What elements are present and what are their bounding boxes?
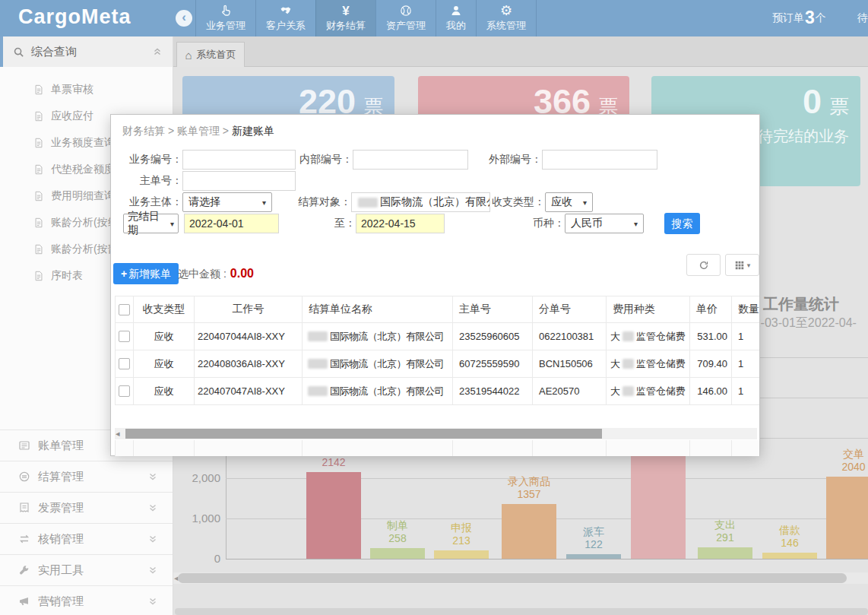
marketing-icon (18, 595, 30, 607)
sidebar-group[interactable]: 结算管理 (0, 461, 173, 492)
footer-cell (115, 440, 134, 456)
cell-job-no: 220407044AI8-XXY (195, 323, 303, 350)
selected-amount-value: 0.00 (230, 267, 254, 280)
row-checkbox[interactable] (119, 385, 130, 397)
currency-select[interactable]: 人民币 ▾ (565, 214, 644, 233)
footer-cell (732, 440, 759, 456)
nav-item[interactable]: 业务管理 (195, 0, 255, 36)
io-type-select[interactable]: 应收 ▾ (545, 192, 593, 212)
chevron-down-icon: ▾ (629, 220, 638, 228)
page-bottom-scrollbar[interactable] (175, 608, 868, 615)
grid-icon (734, 260, 745, 271)
user-icon (450, 4, 462, 18)
bar-label: 录入商品1357 (480, 475, 578, 501)
nav-item-label: 客户关系 (266, 19, 306, 33)
form-row-2: 主单号： (111, 170, 752, 192)
external-no-input[interactable] (542, 150, 657, 170)
settle-icon (18, 471, 30, 483)
nav-item[interactable]: ⚙系统管理 (476, 0, 537, 36)
row-checkbox-cell (115, 350, 134, 377)
cell-master-no: 23519544022 (453, 378, 533, 404)
to-label: 至： (279, 217, 356, 230)
selected-amount-label: 选中金额 : (178, 268, 227, 280)
sidebar-group[interactable]: 实用工具 (0, 554, 173, 585)
column-header: 单价 (690, 296, 732, 322)
nav-item[interactable]: 客户关系 (255, 0, 315, 36)
collapse-up-icon[interactable] (153, 47, 162, 56)
row-checkbox-cell (115, 378, 134, 404)
columns-button[interactable]: ▾ (725, 254, 759, 276)
cell-io-type: 应收 (134, 378, 195, 404)
date-type-select[interactable]: 完结日期 ▾ (123, 214, 179, 233)
settle-target-input[interactable]: 国际物流（北京）有限公 (351, 192, 490, 212)
nav-back-icon[interactable]: ‹ (176, 10, 192, 27)
row-checkbox[interactable] (119, 331, 130, 342)
sidebar-group[interactable]: 营销管理 (0, 585, 173, 615)
preorder-badge[interactable]: 预订单 3 个 (772, 8, 826, 27)
chevron-down-icon: ▾ (747, 262, 751, 269)
nav-item[interactable]: 我的 (436, 0, 476, 36)
gear-icon: ⚙ (500, 4, 512, 18)
row-checkbox[interactable] (119, 358, 130, 369)
refresh-icon (699, 260, 709, 271)
cell-house-no: BCN150506 (533, 350, 607, 377)
add-bill-button[interactable]: +新增账单 (113, 263, 179, 284)
scrollbar-thumb[interactable] (178, 573, 847, 583)
nav-item[interactable]: 资产管理 (375, 0, 436, 36)
biz-no-input[interactable] (182, 150, 296, 170)
footer-cell (607, 440, 690, 456)
chart-bar (370, 548, 425, 559)
chart-bar (762, 553, 817, 559)
sidebar-header-label: 综合查询 (31, 45, 77, 59)
refresh-button[interactable] (686, 254, 721, 276)
handshake-icon (280, 4, 292, 18)
chart-horizontal-scrollbar[interactable]: ◂ (173, 572, 868, 584)
date-to-input[interactable] (356, 214, 445, 233)
internal-no-input[interactable] (353, 150, 468, 170)
yen-icon: ¥ (342, 4, 349, 18)
tab-home[interactable]: ⌂ 系统首页 (176, 42, 245, 67)
breadcrumb-section[interactable]: 账单管理 (177, 125, 220, 137)
chart-bar (566, 554, 621, 559)
date-from-input[interactable] (184, 214, 279, 233)
preorder-suffix: 个 (816, 8, 826, 27)
search-button[interactable]: 搜索 (664, 213, 700, 234)
sidebar-item-label: 业务额度查询 (51, 136, 115, 150)
bill-list-icon (18, 439, 30, 452)
scroll-left-arrow-icon[interactable]: ◂ (116, 428, 120, 439)
select-all-checkbox[interactable] (119, 304, 130, 315)
nav-item-label: 业务管理 (206, 19, 246, 33)
cell-quantity: 1 (732, 378, 759, 404)
new-bill-modal: 财务结算 > 账单管理 > 新建账单 业务编号： 内部编号： 外部编号： 主单号… (110, 114, 760, 456)
sidebar-item[interactable]: 单票审核 (0, 76, 173, 103)
breadcrumb-module[interactable]: 财务结算 (122, 125, 165, 137)
cell-company: 国际物流（北京）有限公司 (303, 350, 453, 377)
sidebar-header-query[interactable]: 综合查询 (0, 36, 173, 67)
master-no-label: 主单号： (111, 174, 182, 188)
redacted-text (308, 386, 328, 396)
breadcrumb-sep2: > (223, 125, 229, 137)
biz-entity-label: 业务主体： (111, 195, 182, 209)
table-footer-row (115, 440, 759, 456)
internal-no-label: 内部编号： (296, 153, 353, 166)
sidebar-group[interactable]: 核销管理 (0, 523, 173, 554)
table-horizontal-scrollbar[interactable]: ◂ (115, 428, 757, 439)
scrollbar-thumb[interactable] (125, 429, 602, 439)
nav-item[interactable]: ¥财务结算 (315, 0, 375, 36)
chart-title: 工作量统计 (763, 294, 839, 315)
chevron-double-down-icon (148, 566, 157, 575)
cell-fee-type: 大监管仓储费 (607, 350, 690, 377)
pending-label-clipped[interactable]: 待审 (857, 11, 868, 25)
table-tools: ▾ (686, 254, 759, 276)
redacted-text (622, 359, 634, 369)
tab-strip: ⌂ 系统首页 (173, 36, 868, 67)
breadcrumb: 财务结算 > 账单管理 > 新建账单 (122, 125, 274, 138)
sidebar-group-label: 核销管理 (38, 532, 84, 547)
y-axis-tick-label: 0 (173, 552, 220, 565)
form-row-4: 完结日期 ▾ 至： 币种： 人民币 ▾ 搜索 (111, 213, 752, 234)
chevron-double-down-icon (148, 597, 157, 606)
biz-entity-select[interactable]: 请选择 ▾ (182, 192, 272, 212)
sidebar-group[interactable]: 发票管理 (0, 492, 173, 523)
master-no-input[interactable] (182, 171, 296, 191)
chevron-down-icon: ▾ (578, 198, 587, 207)
